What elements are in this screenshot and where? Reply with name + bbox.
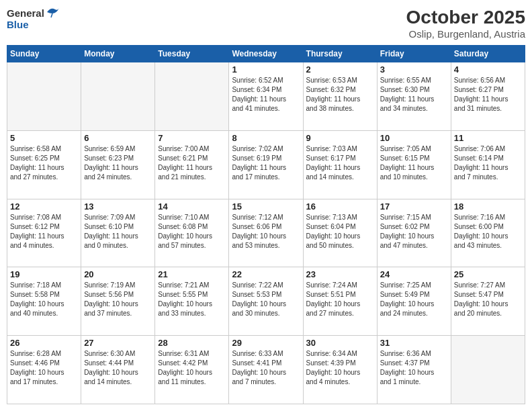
day-info: Sunrise: 6:59 AM Sunset: 6:23 PM Dayligh… xyxy=(84,144,152,182)
day-number: 4 xyxy=(454,64,522,75)
day-number: 24 xyxy=(380,269,448,279)
calendar-week-row: 12Sunrise: 7:08 AM Sunset: 6:12 PM Dayli… xyxy=(7,199,525,267)
calendar-week-row: 19Sunrise: 7:18 AM Sunset: 5:58 PM Dayli… xyxy=(7,267,525,336)
day-info: Sunrise: 6:52 AM Sunset: 6:34 PM Dayligh… xyxy=(232,76,300,113)
weekday-header-friday: Friday xyxy=(377,46,451,62)
calendar-cell: 19Sunrise: 7:18 AM Sunset: 5:58 PM Dayli… xyxy=(7,267,81,336)
calendar-cell: 23Sunrise: 7:24 AM Sunset: 5:51 PM Dayli… xyxy=(303,267,377,336)
day-number: 8 xyxy=(232,133,300,143)
day-number: 10 xyxy=(380,133,448,143)
weekday-header-row: SundayMondayTuesdayWednesdayThursdayFrid… xyxy=(7,46,525,62)
day-number: 15 xyxy=(232,201,300,212)
day-info: Sunrise: 6:31 AM Sunset: 4:42 PM Dayligh… xyxy=(158,349,226,387)
day-number: 22 xyxy=(232,269,300,279)
calendar-cell xyxy=(155,62,229,131)
calendar-cell: 12Sunrise: 7:08 AM Sunset: 6:12 PM Dayli… xyxy=(7,199,81,267)
day-info: Sunrise: 7:08 AM Sunset: 6:12 PM Dayligh… xyxy=(10,213,78,250)
logo-blue-text: Blue xyxy=(7,19,29,30)
day-number: 28 xyxy=(158,338,226,348)
calendar-cell xyxy=(81,62,155,131)
day-info: Sunrise: 7:13 AM Sunset: 6:04 PM Dayligh… xyxy=(306,213,374,250)
weekday-header-thursday: Thursday xyxy=(303,46,377,62)
calendar-cell: 27Sunrise: 6:30 AM Sunset: 4:44 PM Dayli… xyxy=(81,336,155,404)
calendar-table: SundayMondayTuesdayWednesdayThursdayFrid… xyxy=(7,45,525,404)
weekday-header-sunday: Sunday xyxy=(7,46,81,62)
calendar-cell: 26Sunrise: 6:28 AM Sunset: 4:46 PM Dayli… xyxy=(7,336,81,404)
calendar-cell: 20Sunrise: 7:19 AM Sunset: 5:56 PM Dayli… xyxy=(81,267,155,336)
calendar-cell: 21Sunrise: 7:21 AM Sunset: 5:55 PM Dayli… xyxy=(155,267,229,336)
day-number: 3 xyxy=(380,64,448,75)
calendar-cell: 14Sunrise: 7:10 AM Sunset: 6:08 PM Dayli… xyxy=(155,199,229,267)
day-number: 19 xyxy=(10,269,78,279)
day-info: Sunrise: 7:12 AM Sunset: 6:06 PM Dayligh… xyxy=(232,213,300,250)
day-info: Sunrise: 7:18 AM Sunset: 5:58 PM Dayligh… xyxy=(10,281,78,318)
day-info: Sunrise: 7:21 AM Sunset: 5:55 PM Dayligh… xyxy=(158,281,226,318)
calendar-cell: 15Sunrise: 7:12 AM Sunset: 6:06 PM Dayli… xyxy=(229,199,303,267)
day-info: Sunrise: 7:09 AM Sunset: 6:10 PM Dayligh… xyxy=(84,213,152,250)
header: General Blue October 2025 Oslip, Burgenl… xyxy=(7,7,525,40)
weekday-header-tuesday: Tuesday xyxy=(155,46,229,62)
logo-bird-icon xyxy=(46,7,60,19)
day-number: 5 xyxy=(10,133,78,143)
calendar-cell: 16Sunrise: 7:13 AM Sunset: 6:04 PM Dayli… xyxy=(303,199,377,267)
day-info: Sunrise: 7:00 AM Sunset: 6:21 PM Dayligh… xyxy=(158,144,226,182)
day-info: Sunrise: 6:36 AM Sunset: 4:37 PM Dayligh… xyxy=(380,349,448,387)
calendar-cell: 3Sunrise: 6:55 AM Sunset: 6:30 PM Daylig… xyxy=(377,62,451,131)
day-number: 1 xyxy=(232,64,300,75)
calendar-cell: 25Sunrise: 7:27 AM Sunset: 5:47 PM Dayli… xyxy=(451,267,525,336)
calendar-cell: 30Sunrise: 6:34 AM Sunset: 4:39 PM Dayli… xyxy=(303,336,377,404)
title-block: October 2025 Oslip, Burgenland, Austria xyxy=(406,7,525,40)
day-number: 23 xyxy=(306,269,374,279)
calendar-cell: 1Sunrise: 6:52 AM Sunset: 6:34 PM Daylig… xyxy=(229,62,303,131)
day-number: 9 xyxy=(306,133,374,143)
location-title: Oslip, Burgenland, Austria xyxy=(406,28,525,40)
calendar-cell: 9Sunrise: 7:03 AM Sunset: 6:17 PM Daylig… xyxy=(303,130,377,199)
day-number: 27 xyxy=(84,338,152,348)
day-number: 26 xyxy=(10,338,78,348)
calendar-week-row: 5Sunrise: 6:58 AM Sunset: 6:25 PM Daylig… xyxy=(7,130,525,199)
day-info: Sunrise: 6:53 AM Sunset: 6:32 PM Dayligh… xyxy=(306,76,374,113)
page: General Blue October 2025 Oslip, Burgenl… xyxy=(0,0,532,411)
day-number: 16 xyxy=(306,201,374,212)
day-info: Sunrise: 7:05 AM Sunset: 6:15 PM Dayligh… xyxy=(380,144,448,182)
calendar-cell: 6Sunrise: 6:59 AM Sunset: 6:23 PM Daylig… xyxy=(81,130,155,199)
day-info: Sunrise: 7:03 AM Sunset: 6:17 PM Dayligh… xyxy=(306,144,374,182)
calendar-cell: 18Sunrise: 7:16 AM Sunset: 6:00 PM Dayli… xyxy=(451,199,525,267)
weekday-header-saturday: Saturday xyxy=(451,46,525,62)
day-number: 7 xyxy=(158,133,226,143)
day-info: Sunrise: 7:10 AM Sunset: 6:08 PM Dayligh… xyxy=(158,213,226,250)
calendar-cell: 7Sunrise: 7:00 AM Sunset: 6:21 PM Daylig… xyxy=(155,130,229,199)
calendar-cell: 2Sunrise: 6:53 AM Sunset: 6:32 PM Daylig… xyxy=(303,62,377,131)
day-number: 31 xyxy=(380,338,448,348)
calendar-cell: 8Sunrise: 7:02 AM Sunset: 6:19 PM Daylig… xyxy=(229,130,303,199)
calendar-cell: 22Sunrise: 7:22 AM Sunset: 5:53 PM Dayli… xyxy=(229,267,303,336)
day-number: 6 xyxy=(84,133,152,143)
calendar-week-row: 1Sunrise: 6:52 AM Sunset: 6:34 PM Daylig… xyxy=(7,62,525,131)
day-info: Sunrise: 7:25 AM Sunset: 5:49 PM Dayligh… xyxy=(380,281,448,318)
calendar-cell: 4Sunrise: 6:56 AM Sunset: 6:27 PM Daylig… xyxy=(451,62,525,131)
calendar-cell: 24Sunrise: 7:25 AM Sunset: 5:49 PM Dayli… xyxy=(377,267,451,336)
day-info: Sunrise: 7:06 AM Sunset: 6:14 PM Dayligh… xyxy=(454,144,522,182)
calendar-cell: 5Sunrise: 6:58 AM Sunset: 6:25 PM Daylig… xyxy=(7,130,81,199)
calendar-cell: 17Sunrise: 7:15 AM Sunset: 6:02 PM Dayli… xyxy=(377,199,451,267)
day-number: 20 xyxy=(84,269,152,279)
day-number: 11 xyxy=(454,133,522,143)
day-info: Sunrise: 6:34 AM Sunset: 4:39 PM Dayligh… xyxy=(306,349,374,387)
day-info: Sunrise: 7:19 AM Sunset: 5:56 PM Dayligh… xyxy=(84,281,152,318)
day-number: 21 xyxy=(158,269,226,279)
logo: General Blue xyxy=(7,7,60,30)
day-info: Sunrise: 7:02 AM Sunset: 6:19 PM Dayligh… xyxy=(232,144,300,182)
weekday-header-wednesday: Wednesday xyxy=(229,46,303,62)
day-info: Sunrise: 6:58 AM Sunset: 6:25 PM Dayligh… xyxy=(10,144,78,182)
day-info: Sunrise: 6:28 AM Sunset: 4:46 PM Dayligh… xyxy=(10,349,78,387)
day-info: Sunrise: 7:16 AM Sunset: 6:00 PM Dayligh… xyxy=(454,213,522,250)
calendar-cell: 29Sunrise: 6:33 AM Sunset: 4:41 PM Dayli… xyxy=(229,336,303,404)
calendar-cell: 31Sunrise: 6:36 AM Sunset: 4:37 PM Dayli… xyxy=(377,336,451,404)
day-info: Sunrise: 7:22 AM Sunset: 5:53 PM Dayligh… xyxy=(232,281,300,318)
day-info: Sunrise: 6:33 AM Sunset: 4:41 PM Dayligh… xyxy=(232,349,300,387)
weekday-header-monday: Monday xyxy=(81,46,155,62)
day-number: 17 xyxy=(380,201,448,212)
day-number: 2 xyxy=(306,64,374,75)
logo-general-text: General xyxy=(7,7,44,19)
calendar-cell xyxy=(7,62,81,131)
